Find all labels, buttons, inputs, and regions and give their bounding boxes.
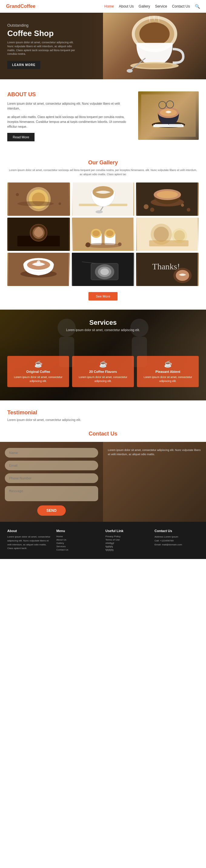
svg-point-23: [58, 203, 61, 205]
footer-contact-col: Contact Us Address Lorem Ipsum Call: +12…: [154, 529, 199, 552]
svg-point-49: [85, 242, 90, 247]
learn-more-button[interactable]: LEARN MORE: [7, 61, 40, 69]
testimonial-section: Testimonial Lorem ipsum dolor sit amet, …: [0, 400, 206, 425]
nav-contact[interactable]: Contact Us: [172, 4, 190, 8]
footer-contact-title: Contact Us: [154, 529, 199, 533]
coffee-icon-2: ☕: [75, 360, 131, 368]
gallery-item-5[interactable]: [72, 218, 135, 251]
gallery-item-4[interactable]: [7, 218, 70, 251]
nav-about[interactable]: About Us: [119, 4, 134, 8]
service-name-3: Pleasant Abient: [140, 370, 196, 373]
svg-point-21: [17, 201, 54, 206]
nav-home[interactable]: Home: [104, 4, 114, 8]
footer: About Lorem ipsum dolor sit amet, consec…: [0, 522, 206, 559]
email-input[interactable]: [5, 461, 98, 470]
svg-line-13: [166, 104, 166, 105]
footer-contact-email: Email: mail@domain.com: [154, 543, 199, 547]
testimonial-title: Testimonial: [7, 409, 199, 416]
message-input[interactable]: [5, 486, 98, 501]
testimonial-text: Lorem ipsum dolor sit amet, consectetur …: [7, 418, 199, 422]
services-title: Services: [89, 319, 117, 327]
service-card-2: ☕ 20 Coffee Flavors Lorem ipsum dolor si…: [72, 356, 134, 387]
svg-point-22: [16, 193, 19, 196]
services-cards: ☕ Original Coffee Lorem ipsum dolor sit …: [7, 356, 199, 387]
gallery-grid: Thanks!: [7, 183, 199, 286]
footer-about-title: About: [7, 529, 52, 533]
footer-menu-title: Menu: [56, 529, 100, 533]
footer-menu-col: Menu Home About Us Gallery Services Cont…: [56, 529, 100, 552]
coffee-icon-3: ☕: [140, 360, 196, 368]
footer-useful-link-0[interactable]: Privacy Policy: [106, 535, 150, 538]
gallery-item-3[interactable]: [136, 183, 199, 216]
gallery-item-1[interactable]: [7, 183, 70, 216]
about-text-1: Lorem ipsum dolor sit amet, consectetur …: [7, 101, 131, 111]
footer-useful-link-4[interactable]: fgfgfgfg: [106, 549, 150, 551]
coffee-icon-1: ☕: [10, 360, 66, 368]
hero-content: Outstanding Coffee Shop Lorem ipsum dolo…: [0, 14, 206, 78]
svg-point-36: [150, 208, 154, 212]
service-text-2: Lorem ipsum dolor sit amet, consectetur …: [75, 375, 131, 383]
gallery-item-2[interactable]: [72, 183, 135, 216]
footer-useful-link-3[interactable]: fggfgfg: [106, 545, 150, 548]
svg-point-66: [100, 269, 109, 275]
footer-menu-link-4[interactable]: Contact Us: [56, 549, 100, 551]
contact-section: Contact Us SEND Lorem ipsum dolor sit am…: [0, 425, 206, 522]
gallery-item-9[interactable]: Thanks!: [136, 253, 199, 286]
svg-point-34: [187, 208, 190, 212]
gallery-description: Lorem ipsum dolor sit amet, consectetur …: [7, 168, 199, 177]
gallery-item-8[interactable]: [72, 253, 135, 286]
footer-useful-link-2[interactable]: sfddfggf: [106, 542, 150, 545]
service-name-1: Original Coffee: [10, 370, 66, 373]
svg-point-32: [157, 191, 178, 198]
footer-useful-link-1[interactable]: Terms of Use: [106, 538, 150, 541]
contact-info: Lorem ipsum dolor sit amet, consectetur …: [103, 442, 206, 522]
gallery-title: Our Gallery: [7, 159, 199, 166]
svg-point-73: [130, 319, 148, 337]
nav-links: Home About Us Gallery Service Contact Us…: [104, 4, 200, 9]
footer-useful-title: Useful Link: [106, 529, 150, 533]
send-button[interactable]: SEND: [37, 505, 65, 516]
svg-point-71: [58, 319, 76, 337]
nav-service[interactable]: Service: [155, 4, 167, 8]
about-image-svg: [141, 94, 196, 137]
service-card-3: ☕ Pleasant Abient Lorem ipsum dolor sit …: [137, 356, 199, 387]
brand-name-part2: Coffee: [20, 4, 35, 9]
footer-menu-link-2[interactable]: Gallery: [56, 542, 100, 545]
about-content: ABOUT US Lorem ipsum dolor sit amet, con…: [7, 91, 131, 141]
svg-point-55: [174, 230, 185, 241]
read-more-button[interactable]: Read More: [7, 133, 34, 141]
brand-name-part1: Grand: [6, 4, 20, 9]
brand-logo[interactable]: GrandCoffee: [6, 4, 35, 9]
svg-point-33: [144, 204, 149, 209]
search-icon[interactable]: 🔍: [195, 4, 200, 9]
name-input[interactable]: [5, 448, 98, 458]
nav-gallery[interactable]: Gallery: [139, 4, 150, 8]
contact-form: SEND: [0, 442, 103, 522]
about-image: [138, 91, 199, 140]
contact-info-text: Lorem ipsum dolor sit amet, consectetur …: [108, 448, 201, 457]
footer-menu-link-1[interactable]: About Us: [56, 538, 100, 541]
svg-rect-56: [149, 240, 189, 246]
svg-point-47: [106, 230, 113, 236]
svg-rect-16: [169, 124, 182, 126]
phone-input[interactable]: [5, 473, 98, 483]
footer-contact-phone: Call: +123456789: [154, 539, 199, 543]
service-text-1: Lorem ipsum dolor sit amet, consectetur …: [10, 375, 66, 383]
gallery-item-6[interactable]: [136, 218, 199, 251]
footer-menu-link-0[interactable]: Home: [56, 535, 100, 538]
see-more-button[interactable]: See More: [88, 292, 118, 301]
service-card-1: ☕ Original Coffee Lorem ipsum dolor sit …: [7, 356, 69, 387]
svg-point-48: [85, 243, 121, 248]
footer-about-col: About Lorem ipsum dolor sit amet, consec…: [7, 529, 52, 552]
svg-point-28: [95, 210, 103, 213]
service-text-3: Lorem ipsum dolor sit amet, consectetur …: [140, 375, 196, 383]
svg-rect-15: [155, 124, 169, 126]
services-section: Services Lorem ipsum dolor sit amet, con…: [0, 310, 206, 400]
about-text-2: ac aliquet odio mattis. Class aptent tac…: [7, 115, 131, 129]
svg-text:Thanks!: Thanks!: [152, 262, 180, 271]
footer-menu-link-3[interactable]: Services: [56, 545, 100, 548]
footer-about-text: Lorem ipsum dolor sit amet, consectetur …: [7, 535, 52, 551]
contact-inner: SEND Lorem ipsum dolor sit amet, consect…: [0, 442, 206, 522]
gallery-item-7[interactable]: [7, 253, 70, 286]
svg-point-53: [154, 227, 169, 242]
